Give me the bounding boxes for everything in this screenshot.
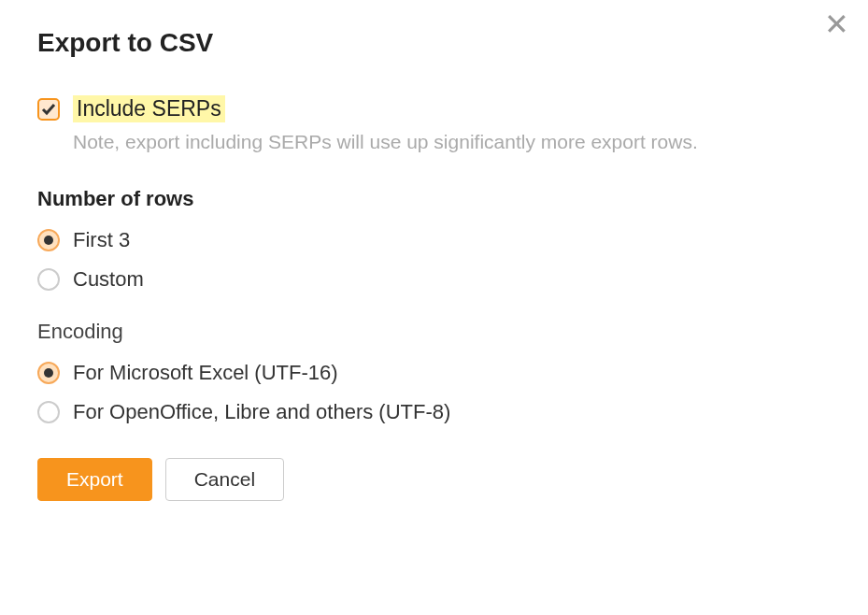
export-csv-dialog: ✕ Export to CSV Include SERPs Note, expo… — [0, 0, 868, 529]
rows-section-label: Number of rows — [37, 187, 831, 211]
rows-option-first[interactable]: First 3 — [37, 228, 831, 252]
include-serps-checkbox[interactable] — [37, 98, 60, 121]
radio-label: Custom — [73, 267, 144, 292]
rows-option-custom[interactable]: Custom — [37, 267, 831, 292]
radio-button[interactable] — [37, 401, 60, 423]
check-icon — [41, 102, 56, 117]
radio-button[interactable] — [37, 229, 60, 251]
radio-button[interactable] — [37, 362, 60, 384]
include-serps-note: Note, export including SERPs will use up… — [73, 128, 831, 155]
radio-label: For Microsoft Excel (UTF-16) — [73, 361, 338, 385]
encoding-section-label: Encoding — [37, 320, 831, 344]
radio-label: First 3 — [73, 228, 130, 252]
encoding-option-openoffice[interactable]: For OpenOffice, Libre and others (UTF-8) — [37, 400, 831, 424]
include-serps-label: Include SERPs — [73, 95, 225, 122]
include-serps-checkbox-row[interactable]: Include SERPs — [37, 95, 831, 122]
export-button[interactable]: Export — [37, 458, 152, 501]
cancel-button[interactable]: Cancel — [165, 458, 284, 501]
radio-button[interactable] — [37, 268, 60, 291]
close-icon[interactable]: ✕ — [824, 9, 849, 39]
dialog-buttons: Export Cancel — [37, 458, 831, 501]
radio-label: For OpenOffice, Libre and others (UTF-8) — [73, 400, 450, 424]
dialog-title: Export to CSV — [37, 28, 831, 58]
encoding-option-excel[interactable]: For Microsoft Excel (UTF-16) — [37, 361, 831, 385]
